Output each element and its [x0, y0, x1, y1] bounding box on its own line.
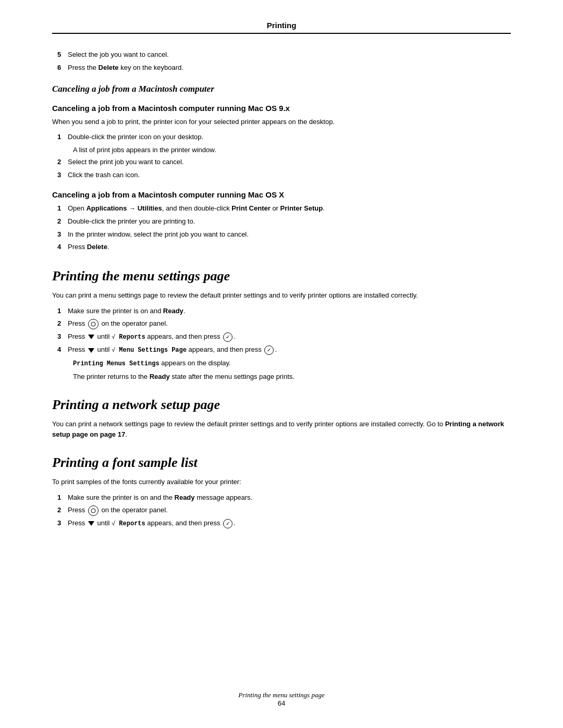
mac9-intro: When you send a job to print, the printe…: [52, 117, 511, 127]
list-item: 2 Press on the operator panel.: [52, 318, 511, 329]
step-content: In the printer window, select the print …: [68, 229, 511, 240]
list-item: 5 Select the job you want to cancel.: [52, 50, 511, 60]
list-item: 3 Click the trash can icon.: [52, 170, 511, 181]
select-icon: [264, 346, 274, 355]
mono-text2: √ Reports: [112, 520, 145, 527]
step-content: Press on the operator panel.: [68, 318, 511, 329]
list-item: 3 Press until √ Reports appears, and the…: [52, 331, 511, 342]
mono-text: √ Reports: [112, 334, 145, 341]
operator-panel-icon: [88, 319, 99, 329]
font-sample-heading: Printing a font sample list: [52, 455, 511, 471]
bold-text: Applications: [86, 204, 127, 212]
step-number: 2: [52, 157, 68, 168]
step-content: Press until √ Reports appears, and then …: [68, 518, 511, 529]
step-number: 3: [52, 229, 68, 240]
delete-label: Delete: [87, 243, 107, 251]
step-number: 3: [52, 331, 68, 342]
step-content: Make sure the printer is on and the Read…: [68, 492, 511, 503]
ready-label2: Ready: [150, 373, 170, 380]
list-item: 1 Make sure the printer is on and the Re…: [52, 492, 511, 503]
step-content: Press on the operator panel.: [68, 505, 511, 516]
step-number: 1: [52, 132, 68, 143]
step-content: Press Delete.: [68, 242, 511, 253]
list-item: 2 Double-click the printer you are print…: [52, 216, 511, 227]
subsection-mac9-heading: Canceling a job from a Macintosh compute…: [52, 104, 511, 113]
list-item: 2 Select the print job you want to cance…: [52, 157, 511, 168]
network-setup-intro: You can print a network settings page to…: [52, 419, 511, 439]
list-item: 1 Make sure the printer is on and Ready.: [52, 306, 511, 317]
arrow-symbol: →: [129, 204, 136, 212]
down-arrow-icon: [88, 348, 94, 353]
step-content: Open Applications → Utilities, and then …: [68, 203, 511, 214]
down-arrow-icon2: [88, 521, 94, 526]
mac9-steps-list: 1 Double-click the printer icon on your …: [52, 132, 511, 143]
bold-text: Delete: [99, 64, 119, 71]
menu-settings-note2: The printer returns to the Ready state a…: [52, 372, 511, 382]
network-setup-heading: Printing a network setup page: [52, 397, 511, 413]
section-mac-heading: Canceling a job from a Macintosh compute…: [52, 84, 511, 94]
header-title: Printing: [52, 21, 511, 30]
step-number: 6: [52, 63, 68, 73]
step-content: Press until √ Menu Settings Page appears…: [68, 344, 511, 355]
step-number: 2: [52, 318, 68, 329]
step-number: 1: [52, 203, 68, 214]
note2-text: The printer returns to the Ready state a…: [73, 373, 295, 380]
step-content: Press the Delete key on the keyboard.: [68, 63, 511, 73]
step-number: 1: [52, 306, 68, 317]
step-sub: A list of print jobs appears in the prin…: [52, 145, 511, 155]
step-number: 4: [52, 242, 68, 253]
network-setup-ref: Printing a network setup page on page 17: [52, 420, 504, 438]
step-content: Press until √ Reports appears, and then …: [68, 331, 511, 342]
select-icon2: [223, 519, 232, 528]
step-content: Click the trash can icon.: [68, 170, 511, 181]
list-item: 3 In the printer window, select the prin…: [52, 229, 511, 240]
page-footer: Printing the menu settings page 64: [0, 691, 563, 707]
footer-page: 64: [0, 699, 563, 707]
macx-steps-list: 1 Open Applications → Utilities, and the…: [52, 203, 511, 253]
bold-text: Printer Setup: [280, 204, 323, 212]
menu-settings-heading: Printing the menu settings page: [52, 268, 511, 284]
list-item: 1 Open Applications → Utilities, and the…: [52, 203, 511, 214]
mac9-steps-list-cont: 2 Select the print job you want to cance…: [52, 157, 511, 181]
list-item: 4 Press until √ Menu Settings Page appea…: [52, 344, 511, 355]
list-item: 1 Double-click the printer icon on your …: [52, 132, 511, 143]
step-number: 2: [52, 216, 68, 227]
step-content: Make sure the printer is on and Ready.: [68, 306, 511, 317]
step-number: 1: [52, 492, 68, 503]
step-number: 4: [52, 344, 68, 355]
intro-steps-list: 5 Select the job you want to cancel. 6 P…: [52, 50, 511, 73]
menu-settings-note1: Printing Menus Settings appears on the d…: [52, 358, 511, 368]
ready-label: Ready: [163, 307, 183, 315]
step-number: 5: [52, 50, 68, 60]
bold-text: Utilities: [138, 204, 162, 212]
step-number: 3: [52, 518, 68, 529]
operator-panel-icon2: [88, 505, 99, 516]
step-number: 3: [52, 170, 68, 181]
step-content: Double-click the printer you are printin…: [68, 216, 511, 227]
list-item: 4 Press Delete.: [52, 242, 511, 253]
footer-label: Printing the menu settings page: [0, 691, 563, 699]
step-content: Select the print job you want to cancel.: [68, 157, 511, 168]
list-item: 3 Press until √ Reports appears, and the…: [52, 518, 511, 529]
mono-text: √ Menu Settings Page: [112, 347, 187, 354]
step-content: Double-click the printer icon on your de…: [68, 132, 511, 143]
step-content: Select the job you want to cancel.: [68, 50, 511, 60]
select-icon: [223, 332, 232, 342]
page: Printing 5 Select the job you want to ca…: [0, 0, 563, 728]
font-sample-intro: To print samples of the fonts currently …: [52, 477, 511, 487]
menu-settings-intro: You can print a menu settings page to re…: [52, 290, 511, 301]
list-item: 6 Press the Delete key on the keyboard.: [52, 63, 511, 73]
ready-label3: Ready: [175, 493, 195, 501]
menu-settings-steps-list: 1 Make sure the printer is on and Ready.…: [52, 306, 511, 356]
font-sample-steps-list: 1 Make sure the printer is on and the Re…: [52, 492, 511, 529]
subsection-macx-heading: Canceling a job from a Macintosh compute…: [52, 190, 511, 199]
note1-text: Printing Menus Settings appears on the d…: [73, 359, 231, 367]
down-arrow-icon: [88, 335, 94, 339]
bold-text: Print Center: [231, 204, 270, 212]
note1-mono: Printing Menus Settings: [73, 360, 160, 367]
step-number: 2: [52, 505, 68, 516]
list-item: 2 Press on the operator panel.: [52, 505, 511, 516]
page-header: Printing: [52, 21, 511, 34]
